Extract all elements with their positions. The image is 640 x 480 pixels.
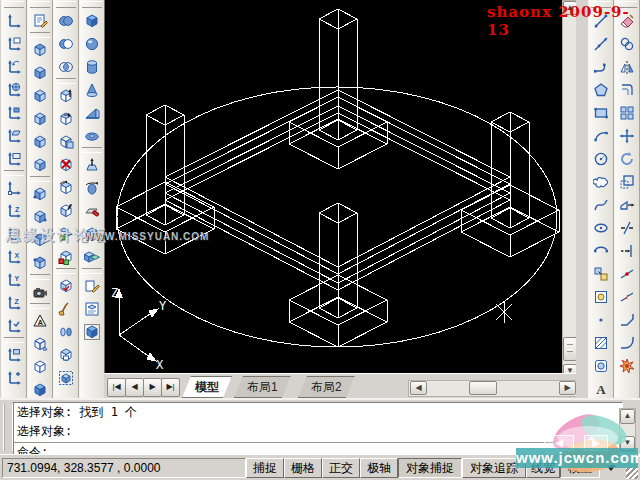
check-icon[interactable] — [54, 366, 78, 389]
nw-isometric-icon[interactable] — [28, 251, 52, 274]
chamfer-icon[interactable] — [615, 308, 639, 331]
break-at-point-icon[interactable] — [615, 262, 639, 285]
tab-layout1[interactable]: 布局1 — [234, 376, 291, 398]
named-ucs-icon[interactable] — [2, 32, 26, 55]
circle-icon[interactable] — [589, 147, 613, 170]
insert-block-icon[interactable] — [589, 262, 613, 285]
extrude-faces-icon[interactable] — [54, 84, 78, 107]
origin-ucs-icon[interactable] — [2, 176, 26, 199]
cone-icon[interactable] — [80, 78, 104, 101]
ucs-icon[interactable] — [2, 9, 26, 32]
clean-icon[interactable] — [54, 297, 78, 320]
x-axis-rotate-ucs-icon[interactable]: X — [2, 245, 26, 268]
named-views-icon[interactable] — [28, 9, 52, 32]
drawing-canvas[interactable]: ZYX — [104, 0, 563, 373]
hatch-icon[interactable] — [589, 331, 613, 354]
sphere-icon[interactable] — [80, 32, 104, 55]
view-ucs-icon[interactable] — [2, 147, 26, 170]
rotate-faces-icon[interactable] — [54, 176, 78, 199]
z-axis-rotate-ucs-icon[interactable]: Z — [2, 291, 26, 314]
cylinder-icon[interactable] — [80, 55, 104, 78]
horizontal-scroll-thumb[interactable] — [469, 381, 497, 395]
revolve-icon[interactable] — [80, 176, 104, 199]
setup-drawing-icon[interactable] — [80, 274, 104, 297]
stretch-icon[interactable] — [615, 193, 639, 216]
scroll-right-button[interactable]: ▶ — [559, 381, 576, 395]
array-icon[interactable] — [615, 101, 639, 124]
status-toggle-grid[interactable]: 栅格 — [284, 458, 322, 478]
wedge-icon[interactable] — [80, 101, 104, 124]
explode-icon[interactable] — [615, 354, 639, 377]
revision-cloud-icon[interactable] — [589, 170, 613, 193]
2d-wireframe-icon[interactable]: A — [28, 309, 52, 332]
status-toggle-polar[interactable]: 极轴 — [360, 458, 398, 478]
arc-icon[interactable] — [589, 124, 613, 147]
command-scroll-up-button[interactable]: ▲ — [620, 409, 635, 424]
se-isometric-icon[interactable] — [28, 205, 52, 228]
toolbar-grip[interactable] — [4, 1, 24, 8]
world-ucs-icon[interactable] — [2, 78, 26, 101]
status-toggle-snap[interactable]: 捕捉 — [246, 458, 284, 478]
make-block-icon[interactable] — [589, 285, 613, 308]
tab-nav-last-button[interactable]: ▶| — [161, 378, 180, 397]
face-ucs-icon[interactable] — [2, 124, 26, 147]
toolbar-grip[interactable] — [82, 1, 102, 8]
back-view-icon[interactable] — [28, 153, 52, 176]
z-axis-vector-ucs-icon[interactable]: Z — [2, 199, 26, 222]
camera-icon[interactable] — [28, 280, 52, 303]
tab-nav-next-button[interactable]: ▶ — [143, 378, 162, 397]
rotate-icon[interactable] — [615, 147, 639, 170]
tab-model[interactable]: 模型 — [182, 376, 232, 398]
y-axis-rotate-ucs-icon[interactable]: Y — [2, 268, 26, 291]
move-ucs-origin-icon[interactable] — [2, 366, 26, 389]
toolbar-grip[interactable] — [56, 1, 76, 8]
union-icon[interactable] — [54, 9, 78, 32]
torus-icon[interactable] — [80, 124, 104, 147]
front-view-icon[interactable] — [28, 130, 52, 153]
apply-ucs-icon[interactable] — [2, 314, 26, 337]
scroll-left-button[interactable]: ◀ — [410, 381, 427, 395]
vertical-scroll-thumb[interactable] — [563, 337, 577, 361]
separate-icon[interactable] — [54, 320, 78, 343]
offset-icon[interactable] — [615, 78, 639, 101]
fillet-icon[interactable] — [615, 331, 639, 354]
toolbar-grip[interactable] — [30, 1, 50, 8]
move-faces-icon[interactable] — [54, 107, 78, 130]
status-toggle-osnap[interactable]: 对象捕捉 — [398, 458, 462, 478]
ucs-previous-icon[interactable] — [2, 55, 26, 78]
canvas-horizontal-scrollbar[interactable]: ◀ ▶ — [408, 380, 578, 397]
imprint-icon[interactable] — [54, 274, 78, 297]
sw-isometric-icon[interactable] — [28, 182, 52, 205]
rectangle-icon[interactable] — [589, 101, 613, 124]
delete-faces-icon[interactable] — [54, 153, 78, 176]
taper-faces-icon[interactable] — [54, 199, 78, 222]
tab-nav-prev-button[interactable]: ◀ — [125, 378, 144, 397]
multiline-text-icon[interactable]: A — [589, 377, 613, 400]
command-scrollbar[interactable]: ▲ ▼ — [619, 408, 636, 452]
top-view-icon[interactable] — [28, 38, 52, 61]
ellipse-arc-icon[interactable] — [589, 239, 613, 262]
status-toggle-ortho[interactable]: 正交 — [322, 458, 360, 478]
hidden-icon[interactable] — [28, 355, 52, 378]
object-ucs-icon[interactable] — [2, 101, 26, 124]
color-faces-icon[interactable] — [54, 245, 78, 268]
extrude-icon[interactable] — [80, 153, 104, 176]
tab-nav-first-button[interactable]: |◀ — [107, 378, 126, 397]
extend-icon[interactable] — [615, 239, 639, 262]
interfere-icon[interactable] — [80, 245, 104, 268]
setup-view-icon[interactable] — [80, 297, 104, 320]
spline-icon[interactable] — [589, 193, 613, 216]
scale-icon[interactable] — [615, 170, 639, 193]
offset-faces-icon[interactable] — [54, 130, 78, 153]
ellipse-icon[interactable] — [589, 216, 613, 239]
bottom-view-icon[interactable] — [28, 61, 52, 84]
3d-wireframe-icon[interactable] — [28, 332, 52, 355]
slice-icon[interactable] — [80, 199, 104, 222]
polygon-icon[interactable] — [589, 78, 613, 101]
subtract-icon[interactable] — [54, 32, 78, 55]
box-icon[interactable] — [80, 9, 104, 32]
trim-icon[interactable] — [615, 216, 639, 239]
intersect-icon[interactable] — [54, 55, 78, 78]
window-resize-grip[interactable] — [626, 467, 638, 479]
right-view-icon[interactable] — [28, 107, 52, 130]
